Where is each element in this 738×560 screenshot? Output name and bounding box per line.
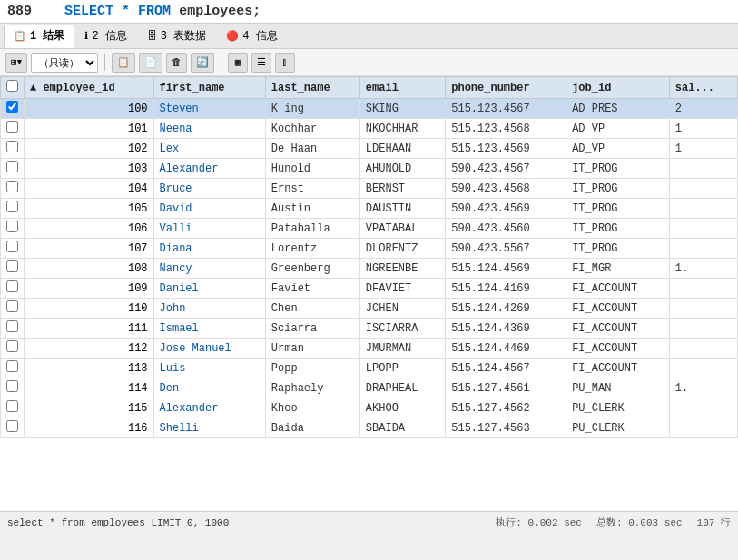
copy-button[interactable]: 📋 bbox=[112, 53, 135, 73]
dropdown-arrow-icon: ▼ bbox=[17, 58, 22, 67]
row-checkbox[interactable] bbox=[1, 359, 25, 378]
row-checkbox[interactable] bbox=[1, 378, 25, 398]
columns-button[interactable]: ⫿ bbox=[275, 53, 295, 73]
row-checkbox-input[interactable] bbox=[6, 121, 18, 133]
cell-salary bbox=[669, 159, 737, 179]
tab-info2[interactable]: 🔴 4 信息 bbox=[216, 25, 287, 48]
header-job-id[interactable]: job_id bbox=[566, 77, 670, 99]
cell-salary bbox=[669, 319, 737, 339]
table-row[interactable]: 101NeenaKochharNKOCHHAR515.123.4568AD_VP… bbox=[1, 119, 738, 139]
tab-results[interactable]: 📋 1 结果 bbox=[4, 25, 74, 48]
row-checkbox[interactable] bbox=[1, 239, 25, 259]
select-all-checkbox[interactable] bbox=[6, 80, 18, 92]
table-row[interactable]: 104BruceErnstBERNST590.423.4568IT_PROG bbox=[1, 179, 738, 199]
table-row[interactable]: 103AlexanderHunoldAHUNOLD590.423.4567IT_… bbox=[1, 159, 738, 179]
cell-employee-id: 103 bbox=[25, 159, 154, 179]
row-checkbox[interactable] bbox=[1, 418, 25, 438]
cell-email: BERNST bbox=[359, 179, 445, 199]
tab-info[interactable]: ℹ 2 信息 bbox=[74, 25, 136, 48]
row-checkbox-input[interactable] bbox=[6, 320, 18, 332]
table-row[interactable]: 110JohnChenJCHEN515.124.4269FI_ACCOUNT bbox=[1, 299, 738, 319]
cell-job-id: IT_PROG bbox=[566, 159, 670, 179]
list-view-button[interactable]: ☰ bbox=[251, 53, 271, 73]
row-checkbox[interactable] bbox=[1, 299, 25, 319]
cell-phone-number: 590.423.4568 bbox=[446, 179, 566, 199]
table-row[interactable]: 108NancyGreenbergNGREENBE515.124.4569FI_… bbox=[1, 259, 738, 279]
cell-phone-number: 590.423.5567 bbox=[446, 239, 566, 259]
row-checkbox-input[interactable] bbox=[6, 420, 18, 432]
header-first-name[interactable]: first_name bbox=[153, 77, 265, 99]
tab-table-data[interactable]: 🗄 3 表数据 bbox=[137, 25, 216, 48]
sql-keyword-from: FROM bbox=[138, 4, 171, 19]
row-checkbox[interactable] bbox=[1, 339, 25, 359]
row-checkbox-input[interactable] bbox=[6, 161, 18, 172]
row-checkbox[interactable] bbox=[1, 279, 25, 299]
readonly-select[interactable]: （只读） bbox=[31, 53, 98, 73]
sql-star: * bbox=[122, 4, 130, 19]
cell-employee-id: 104 bbox=[25, 179, 154, 199]
row-checkbox-input[interactable] bbox=[6, 280, 18, 292]
cell-employee-id: 107 bbox=[25, 239, 154, 259]
cell-employee-id: 114 bbox=[25, 378, 154, 398]
table-row[interactable]: 115AlexanderKhooAKHOO515.127.4562PU_CLER… bbox=[1, 398, 738, 418]
table-row[interactable]: 100StevenK_ingSKING515.123.4567AD_PRES2 bbox=[1, 99, 738, 119]
table-body: 100StevenK_ingSKING515.123.4567AD_PRES21… bbox=[1, 99, 738, 438]
row-checkbox-input[interactable] bbox=[6, 181, 18, 192]
cell-email: NKOCHHAR bbox=[359, 119, 445, 139]
refresh-icon: 🔄 bbox=[196, 56, 209, 68]
cell-job-id: AD_VP bbox=[566, 139, 670, 159]
header-salary[interactable]: sal... bbox=[669, 77, 737, 99]
delete-button[interactable]: 🗑 bbox=[166, 53, 187, 73]
table-row[interactable]: 109DanielFavietDFAVIET515.124.4169FI_ACC… bbox=[1, 279, 738, 299]
table-row[interactable]: 113LuisPoppLPOPP515.124.4567FI_ACCOUNT bbox=[1, 359, 738, 378]
cell-job-id: PU_MAN bbox=[566, 378, 670, 398]
row-checkbox[interactable] bbox=[1, 119, 25, 139]
row-checkbox[interactable] bbox=[1, 219, 25, 239]
tab-info-label: 2 信息 bbox=[92, 28, 126, 44]
header-checkbox[interactable] bbox=[1, 77, 25, 99]
header-email[interactable]: email bbox=[359, 77, 445, 99]
cell-first-name: Daniel bbox=[153, 279, 265, 299]
header-employee-id[interactable]: ▲ employee_id bbox=[25, 77, 154, 99]
cell-phone-number: 515.124.4569 bbox=[446, 259, 566, 279]
row-checkbox[interactable] bbox=[1, 179, 25, 199]
row-checkbox-input[interactable] bbox=[6, 221, 18, 232]
cell-email: AKHOO bbox=[359, 398, 445, 418]
header-phone-number[interactable]: phone_number bbox=[446, 77, 566, 99]
table-view-button[interactable]: ▦ bbox=[228, 53, 248, 73]
row-checkbox[interactable] bbox=[1, 199, 25, 219]
table-row[interactable]: 114DenRaphaelyDRAPHEAL515.127.4561PU_MAN… bbox=[1, 378, 738, 398]
table-row[interactable]: 106ValliPataballaVPATABAL590.423.4560IT_… bbox=[1, 219, 738, 239]
row-checkbox[interactable] bbox=[1, 319, 25, 339]
grid-button[interactable]: ⊞ ▼ bbox=[5, 53, 27, 73]
cell-salary bbox=[669, 199, 737, 219]
paste-button[interactable]: 📄 bbox=[139, 53, 162, 73]
row-checkbox-input[interactable] bbox=[6, 340, 18, 352]
table-row[interactable]: 107DianaLorentzDLORENTZ590.423.5567IT_PR… bbox=[1, 239, 738, 259]
table-row[interactable]: 112Jose ManuelUrmanJMURMAN515.124.4469FI… bbox=[1, 339, 738, 359]
row-checkbox[interactable] bbox=[1, 139, 25, 159]
row-checkbox-input[interactable] bbox=[6, 400, 18, 412]
tab-table-data-label: 3 表数据 bbox=[161, 28, 206, 44]
row-checkbox-input[interactable] bbox=[6, 141, 18, 152]
row-checkbox-input[interactable] bbox=[6, 101, 18, 113]
row-checkbox-input[interactable] bbox=[6, 300, 18, 312]
toolbar-divider-1 bbox=[104, 54, 105, 71]
refresh-button[interactable]: 🔄 bbox=[191, 53, 214, 73]
table-row[interactable]: 116ShelliBaidaSBAIDA515.127.4563PU_CLERK bbox=[1, 418, 738, 438]
row-checkbox-input[interactable] bbox=[6, 241, 18, 252]
cell-job-id: IT_PROG bbox=[566, 199, 670, 219]
table-row[interactable]: 102LexDe HaanLDEHAAN515.123.4569AD_VP1 bbox=[1, 139, 738, 159]
exec-time: 执行: 0.002 sec bbox=[496, 516, 582, 529]
row-checkbox-input[interactable] bbox=[6, 201, 18, 212]
row-checkbox[interactable] bbox=[1, 99, 25, 119]
row-checkbox[interactable] bbox=[1, 259, 25, 279]
table-row[interactable]: 111IsmaelSciarraISCIARRA515.124.4369FI_A… bbox=[1, 319, 738, 339]
row-checkbox-input[interactable] bbox=[6, 260, 18, 272]
row-checkbox-input[interactable] bbox=[6, 360, 18, 372]
header-last-name[interactable]: last_name bbox=[265, 77, 359, 99]
row-checkbox[interactable] bbox=[1, 398, 25, 418]
table-row[interactable]: 105DavidAustinDAUSTIN590.423.4569IT_PROG bbox=[1, 199, 738, 219]
row-checkbox-input[interactable] bbox=[6, 380, 18, 392]
row-checkbox[interactable] bbox=[1, 159, 25, 179]
